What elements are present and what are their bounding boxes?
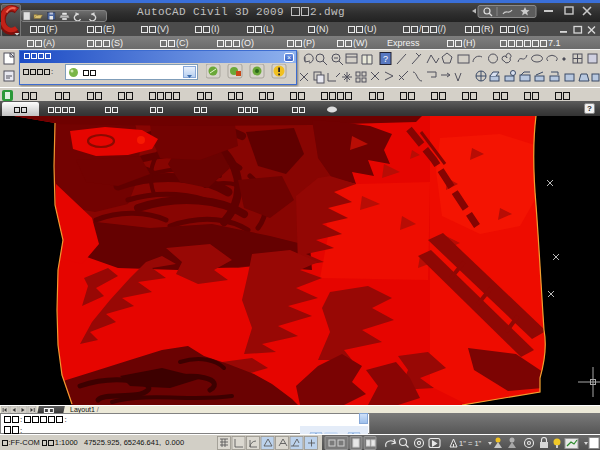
svg-text:1" = 1": 1" = 1": [459, 439, 482, 448]
svg-text:?: ?: [383, 54, 388, 64]
